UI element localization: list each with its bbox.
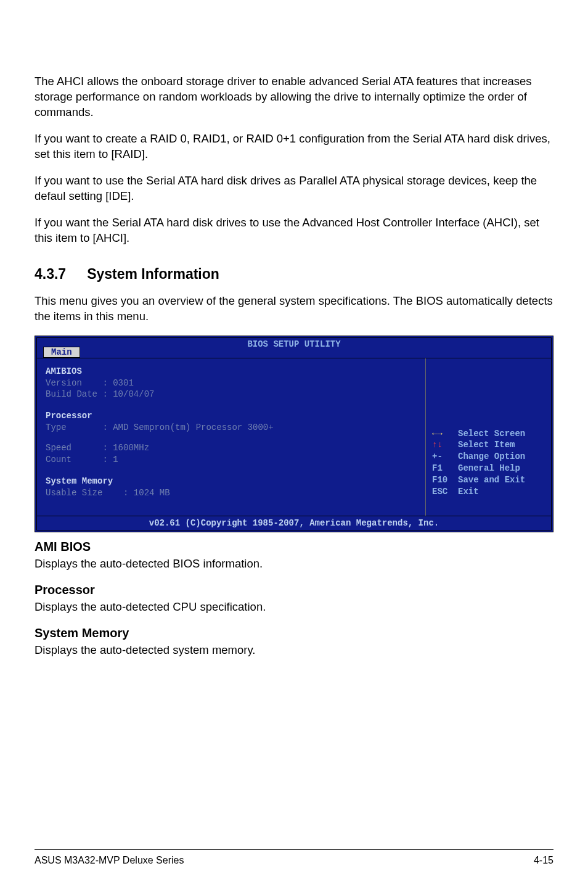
bios-sysmem-usable: Usable Size : 1024 MB bbox=[46, 487, 418, 499]
bios-processor-speed: Speed : 1600MHz bbox=[46, 442, 418, 454]
section-title: System Information bbox=[87, 266, 219, 282]
amibios-text: Displays the auto-detected BIOS informat… bbox=[35, 556, 553, 572]
paragraph: The AHCI allows the onboard storage driv… bbox=[35, 74, 553, 120]
bios-footer: v02.61 (C)Copyright 1985-2007, American … bbox=[37, 516, 551, 530]
footer-right: 4-15 bbox=[534, 855, 553, 866]
bios-title-bar: BIOS SETUP UTILITY Main bbox=[37, 338, 551, 358]
bios-right-pane: ←→ Select Screen ↑↓ Select Item +- Chang… bbox=[426, 358, 551, 516]
bios-sysmem-heading: System Memory bbox=[46, 476, 418, 487]
paragraph: If you want the Serial ATA hard disk dri… bbox=[35, 215, 553, 246]
help-key-pm: +- bbox=[432, 452, 443, 461]
paragraph: If you want to use the Serial ATA hard d… bbox=[35, 173, 553, 204]
sysmem-text: Displays the auto-detected system memory… bbox=[35, 643, 553, 658]
amibios-heading: AMI BIOS bbox=[35, 540, 553, 554]
bios-body: AMIBIOS Version : 0301 Build Date : 10/0… bbox=[37, 358, 551, 516]
help-save-exit: Save and Exit bbox=[458, 475, 525, 485]
bios-title: BIOS SETUP UTILITY bbox=[247, 339, 340, 349]
bios-amibios-build: Build Date : 10/04/07 bbox=[46, 389, 418, 400]
footer-left: ASUS M3A32-MVP Deluxe Series bbox=[35, 855, 184, 866]
bios-left-pane: AMIBIOS Version : 0301 Build Date : 10/0… bbox=[37, 358, 426, 516]
sysmem-heading: System Memory bbox=[35, 626, 553, 640]
bios-processor-type: Type : AMD Sempron(tm) Processor 3000+ bbox=[46, 422, 418, 434]
bios-processor-heading: Processor bbox=[46, 410, 418, 422]
bios-tab-main: Main bbox=[43, 347, 80, 358]
help-exit: Exit bbox=[458, 487, 479, 497]
page-footer: ASUS M3A32-MVP Deluxe Series 4-15 bbox=[35, 849, 553, 866]
section-intro: This menu gives you an overview of the g… bbox=[35, 294, 553, 324]
help-key-f1: F1 bbox=[432, 463, 443, 473]
bios-screenshot: BIOS SETUP UTILITY Main AMIBIOS Version … bbox=[35, 336, 553, 532]
help-general-help: General Help bbox=[458, 463, 520, 473]
bios-amibios-version: Version : 0301 bbox=[46, 377, 418, 389]
bios-help-block: ←→ Select Screen ↑↓ Select Item +- Chang… bbox=[432, 416, 545, 510]
arrow-up-down-icon: ↑↓ bbox=[432, 440, 443, 450]
paragraph: If you want to create a RAID 0, RAID1, o… bbox=[35, 131, 553, 162]
help-select-item: Select Item bbox=[458, 440, 515, 450]
bios-processor-count: Count : 1 bbox=[46, 454, 418, 466]
help-key-esc: ESC bbox=[432, 487, 447, 497]
arrow-left-right-icon: ←→ bbox=[432, 429, 443, 439]
help-select-screen: Select Screen bbox=[458, 429, 525, 439]
help-key-f10: F10 bbox=[432, 475, 447, 485]
processor-text: Displays the auto-detected CPU specifica… bbox=[35, 600, 553, 615]
help-change-option: Change Option bbox=[458, 452, 525, 461]
processor-heading: Processor bbox=[35, 583, 553, 597]
section-number: 4.3.7 bbox=[35, 266, 66, 283]
section-heading: 4.3.7System Information bbox=[35, 266, 553, 283]
bios-amibios-heading: AMIBIOS bbox=[46, 366, 418, 377]
